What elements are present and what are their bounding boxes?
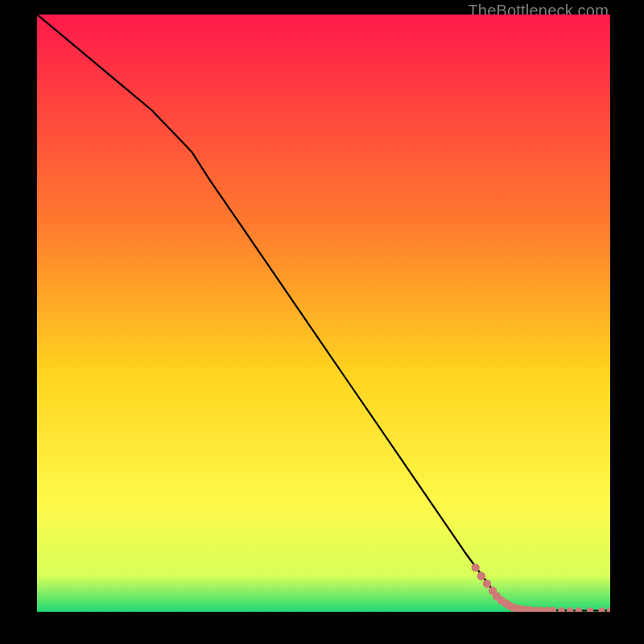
data-marker bbox=[471, 564, 479, 572]
plot-svg bbox=[37, 14, 610, 612]
data-marker bbox=[483, 580, 491, 588]
gradient-background bbox=[37, 14, 610, 612]
data-marker bbox=[477, 572, 485, 580]
plot-area bbox=[37, 14, 610, 612]
chart-frame: TheBottleneck.com bbox=[0, 0, 644, 644]
